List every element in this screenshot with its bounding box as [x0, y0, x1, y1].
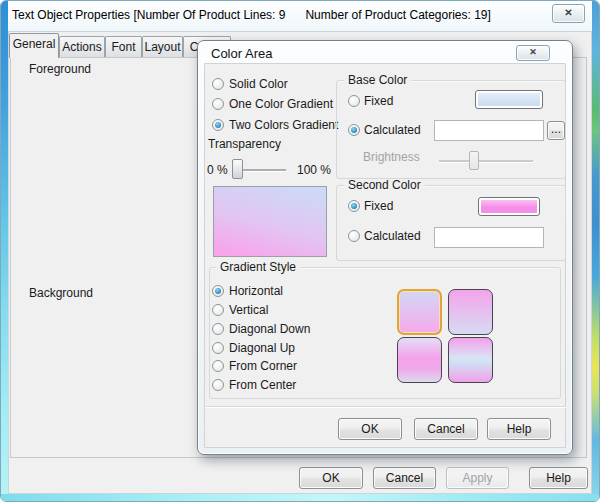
close-icon: ✕	[564, 7, 572, 18]
screen: Text Object Properties [Number Of Produc…	[0, 0, 600, 502]
dialog-close-button[interactable]: ✕	[516, 45, 550, 61]
base-calculated-ellipsis-button[interactable]: ...	[547, 121, 565, 140]
tab-actions[interactable]: Actions	[59, 36, 105, 57]
base-fixed-color-swatch-button[interactable]	[475, 90, 543, 109]
close-button[interactable]: ✕	[552, 4, 585, 23]
solid-color-label[interactable]: Solid Color	[229, 77, 288, 91]
diagonal-up-label[interactable]: Diagonal Up	[229, 341, 295, 355]
dialog-separator	[206, 406, 566, 407]
second-calculated-field[interactable]	[434, 227, 544, 248]
diagonal-up-radio[interactable]	[212, 342, 224, 354]
two-colors-gradient-label[interactable]: Two Colors Gradient	[229, 118, 338, 132]
from-center-radio[interactable]	[212, 379, 224, 391]
base-calculated-label[interactable]: Calculated	[364, 123, 421, 137]
solid-color-radio[interactable]	[212, 78, 224, 90]
window-left-border	[1, 1, 8, 501]
ok-button[interactable]: OK	[299, 467, 363, 489]
tab-general-label: General	[13, 37, 56, 51]
dialog-ok-button[interactable]: OK	[338, 418, 402, 440]
gradient-thumb-top-left[interactable]	[397, 289, 442, 335]
help-label: Help	[546, 471, 571, 485]
gradient-thumb-bottom-right[interactable]	[448, 337, 493, 383]
second-fixed-color-swatch-button[interactable]	[478, 197, 540, 216]
apply-label: Apply	[462, 471, 492, 485]
base-fixed-label[interactable]: Fixed	[364, 94, 393, 108]
dialog-close-icon: ✕	[529, 47, 537, 57]
cancel-button[interactable]: Cancel	[373, 467, 436, 489]
base-color-group-title: Base Color	[344, 74, 411, 87]
dialog-help-label: Help	[507, 422, 532, 436]
base-fixed-radio[interactable]	[348, 95, 360, 107]
cancel-label: Cancel	[386, 471, 423, 485]
tab-font[interactable]: Font	[105, 36, 142, 57]
horizontal-label[interactable]: Horizontal	[229, 284, 283, 298]
two-colors-gradient-radio[interactable]	[212, 119, 224, 131]
help-button[interactable]: Help	[529, 467, 588, 489]
dialog-title: Color Area	[211, 46, 272, 61]
second-fixed-label[interactable]: Fixed	[364, 199, 393, 213]
dialog-help-button[interactable]: Help	[487, 418, 551, 440]
dialog-transparency-slider-thumb[interactable]	[232, 159, 243, 179]
tab-actions-label: Actions	[62, 40, 101, 54]
window-right-border	[592, 1, 599, 501]
second-fixed-color-swatch	[481, 200, 537, 213]
ellipsis-icon: ...	[551, 122, 561, 136]
brightness-label: Brightness	[363, 150, 420, 164]
dialog-transparency-min: 0 %	[207, 163, 228, 177]
tab-layout[interactable]: Layout	[142, 36, 183, 57]
gradient-style-group-title: Gradient Style	[216, 261, 300, 274]
dialog-cancel-button[interactable]: Cancel	[414, 418, 478, 440]
apply-button: Apply	[446, 467, 509, 489]
gradient-thumb-bottom-left[interactable]	[397, 337, 442, 383]
horizontal-radio[interactable]	[212, 285, 224, 297]
window-bottom-border	[1, 494, 599, 501]
gradient-preview	[213, 186, 327, 257]
ok-label: OK	[322, 471, 339, 485]
diagonal-down-label[interactable]: Diagonal Down	[229, 322, 310, 336]
from-corner-label[interactable]: From Corner	[229, 359, 297, 373]
second-color-group-title: Second Color	[344, 179, 425, 192]
second-calculated-label[interactable]: Calculated	[364, 229, 421, 243]
from-corner-radio[interactable]	[212, 360, 224, 372]
dialog-ok-label: OK	[361, 422, 378, 436]
tab-general[interactable]: General	[9, 33, 59, 58]
vertical-label[interactable]: Vertical	[229, 303, 268, 317]
diagonal-down-radio[interactable]	[212, 323, 224, 335]
base-calculated-field[interactable]	[434, 120, 544, 141]
dialog-transparency-max: 100 %	[297, 163, 331, 177]
base-calculated-radio[interactable]	[348, 124, 360, 136]
window-title: Text Object Properties [Number Of Produc…	[12, 8, 491, 22]
from-center-label[interactable]: From Center	[229, 378, 296, 392]
foreground-group-title: Foreground	[25, 63, 95, 76]
brightness-slider-track	[439, 160, 533, 162]
brightness-slider-thumb	[469, 151, 479, 170]
color-area-dialog: Color Area ✕ Solid Color One Color Gradi…	[197, 40, 573, 455]
dialog-transparency-label: Transparency	[208, 137, 281, 151]
tab-layout-label: Layout	[144, 40, 180, 54]
background-group-title: Background	[25, 287, 97, 300]
gradient-thumb-top-right[interactable]	[448, 289, 493, 335]
one-color-gradient-radio[interactable]	[212, 98, 224, 110]
second-calculated-radio[interactable]	[348, 230, 360, 242]
second-fixed-radio[interactable]	[348, 200, 360, 212]
base-fixed-color-swatch	[478, 93, 540, 106]
dialog-cancel-label: Cancel	[427, 422, 464, 436]
vertical-radio[interactable]	[212, 304, 224, 316]
one-color-gradient-label[interactable]: One Color Gradient	[229, 97, 333, 111]
tab-font-label: Font	[111, 40, 135, 54]
